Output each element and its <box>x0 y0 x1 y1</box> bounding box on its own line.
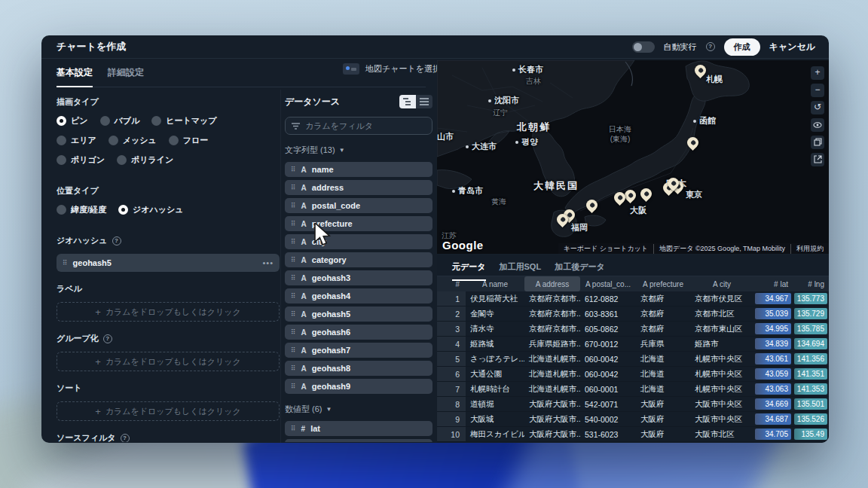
drag-handle-icon[interactable]: ⠿ <box>291 203 296 209</box>
col-header-prefecture[interactable]: A prefecture <box>636 276 690 291</box>
visibility-button[interactable] <box>811 118 824 132</box>
column-chip-postal_code[interactable]: ⠿Apostal_code <box>285 198 432 213</box>
table-row[interactable]: 3清水寺京都府京都市...605-0862京都府京都市東山区34.995135.… <box>437 322 829 337</box>
column-chip-geohash5[interactable]: ⠿Ageohash5 <box>285 307 432 322</box>
radio-unselected-icon[interactable] <box>100 116 110 126</box>
column-chip-geohash8[interactable]: ⠿Ageohash8 <box>285 361 432 376</box>
geohash-info-icon[interactable] <box>112 236 121 246</box>
radio-option-メッシュ[interactable]: メッシュ <box>108 135 157 146</box>
column-chip-geohash4[interactable]: ⠿Ageohash4 <box>285 288 432 303</box>
drag-handle-icon[interactable]: ⠿ <box>291 383 296 390</box>
radio-option-ピン[interactable]: ピン <box>57 115 88 127</box>
col-header-postal-code[interactable]: A postal_co... <box>580 276 636 291</box>
col-header-lat[interactable]: # lat <box>753 276 793 291</box>
radio-option-緯度/経度[interactable]: 緯度/経度 <box>57 204 106 215</box>
table-row[interactable]: 7札幌時計台北海道札幌市...060-0001北海道札幌市中央区43.06314… <box>437 382 829 397</box>
create-button[interactable]: 作成 <box>724 38 760 56</box>
zoom-in-button[interactable]: + <box>811 66 824 80</box>
list-view-button[interactable] <box>416 95 432 108</box>
radio-option-バブル[interactable]: バブル <box>100 115 140 127</box>
auto-run-toggle[interactable] <box>632 41 655 53</box>
tab-processed-data[interactable]: 加工後データ <box>555 261 605 276</box>
radio-unselected-icon[interactable] <box>117 155 127 165</box>
radio-unselected-icon[interactable] <box>151 116 161 126</box>
sort-dropzone[interactable]: カラムをドロップもしくはクリック <box>57 401 280 421</box>
drag-handle-icon[interactable]: ⠿ <box>291 257 296 264</box>
external-link-button[interactable] <box>811 153 824 166</box>
label-dropzone[interactable]: カラムをドロップもしくはクリック <box>57 302 280 322</box>
table-row[interactable]: 9大阪城大阪府大阪市...540-0002大阪府大阪市中央区34.687135.… <box>437 412 829 427</box>
map-view[interactable]: 长春市吉林沈阳市辽宁北朝鲜평양山市大连市青岛市黄海大韓民国日本海 (東海)日本東… <box>437 60 829 254</box>
col-header-name[interactable]: A name <box>466 276 524 291</box>
column-chip-geohash3[interactable]: ⠿Ageohash3 <box>285 270 432 285</box>
drag-handle-icon[interactable]: ⠿ <box>291 347 296 354</box>
radio-unselected-icon[interactable] <box>108 136 118 145</box>
drag-handle-icon[interactable]: ⠿ <box>291 311 296 318</box>
radio-option-エリア[interactable]: エリア <box>57 135 96 146</box>
drag-handle-icon[interactable]: ⠿ <box>291 185 296 191</box>
drag-handle-icon[interactable]: ⠿ <box>291 365 296 372</box>
radio-unselected-icon[interactable] <box>57 155 66 165</box>
column-chip-name[interactable]: ⠿Aname <box>285 162 432 177</box>
column-chip-lng[interactable]: ⠿#lng <box>285 439 432 442</box>
column-chip-city[interactable]: ⠿Acity <box>285 234 432 249</box>
drag-handle-icon[interactable]: ⠿ <box>291 275 296 282</box>
drag-handle-icon[interactable]: ⠿ <box>291 425 296 432</box>
auto-run-info-icon[interactable] <box>706 42 715 51</box>
radio-option-ジオハッシュ[interactable]: ジオハッシュ <box>118 204 184 215</box>
radio-option-ポリゴン[interactable]: ポリゴン <box>57 154 105 166</box>
radio-unselected-icon[interactable] <box>57 205 66 215</box>
radio-option-ヒートマップ[interactable]: ヒートマップ <box>151 115 216 127</box>
sourcefilter-info-icon[interactable] <box>121 434 130 443</box>
copy-button[interactable] <box>811 136 824 149</box>
tab-advanced-settings[interactable]: 詳細設定 <box>108 66 144 79</box>
table-row[interactable]: 8道頓堀大阪府大阪市...542-0071大阪府大阪市中央区34.669135.… <box>437 397 829 412</box>
tree-view-button[interactable] <box>399 95 416 108</box>
radio-unselected-icon[interactable] <box>57 136 66 145</box>
column-chip-geohash6[interactable]: ⠿Ageohash6 <box>285 325 432 340</box>
reset-view-button[interactable]: ↺ <box>811 101 824 114</box>
column-chip-address[interactable]: ⠿Aaddress <box>285 180 432 195</box>
col-header-lng[interactable]: # lng <box>793 276 829 291</box>
column-chip-prefecture[interactable]: ⠿Aprefecture <box>285 216 432 231</box>
tab-original-data[interactable]: 元データ <box>452 261 486 276</box>
radio-option-ポリライン[interactable]: ポリライン <box>117 154 173 166</box>
col-header-address[interactable]: A address <box>524 276 580 291</box>
drag-handle-icon[interactable]: ⠿ <box>291 166 296 173</box>
geohash-field[interactable]: ⠿ geohash5 ••• <box>57 254 280 272</box>
drag-handle-icon[interactable]: ⠿ <box>63 260 68 267</box>
column-chip-category[interactable]: ⠿Acategory <box>285 252 432 267</box>
radio-selected-icon[interactable] <box>57 116 66 126</box>
groupby-info-icon[interactable] <box>103 334 112 343</box>
col-header-city[interactable]: A city <box>690 276 753 291</box>
tab-basic-settings[interactable]: 基本設定 <box>57 66 93 79</box>
keyboard-shortcuts-link[interactable]: キーボード ショートカット <box>558 244 653 254</box>
drag-handle-icon[interactable]: ⠿ <box>291 293 296 300</box>
radio-selected-icon[interactable] <box>118 205 128 215</box>
col-header-index[interactable]: # <box>437 276 466 291</box>
radio-unselected-icon[interactable] <box>169 136 179 145</box>
string-type-section[interactable]: 文字列型 (13)▼ <box>285 145 432 156</box>
numeric-type-section[interactable]: 数値型 (6)▼ <box>285 404 432 415</box>
column-chip-lat[interactable]: ⠿#lat <box>285 421 432 436</box>
drag-handle-icon[interactable]: ⠿ <box>291 239 296 246</box>
table-row[interactable]: 1伏見稲荷大社京都府京都市...612-0882京都府京都市伏見区34.9671… <box>437 291 829 307</box>
table-row[interactable]: 10梅田スカイビル大阪府大阪市...531-6023大阪府大阪市北区34.705… <box>437 427 829 442</box>
table-row[interactable]: 4姫路城兵庫県姫路市...670-0012兵庫県姫路市34.839134.694 <box>437 337 829 352</box>
tab-processing-sql[interactable]: 加工用SQL <box>500 261 542 276</box>
drag-handle-icon[interactable]: ⠿ <box>291 329 296 336</box>
column-filter-input[interactable] <box>285 117 432 135</box>
groupby-dropzone[interactable]: カラムをドロップもしくはクリック <box>57 352 280 371</box>
geohash-more-icon[interactable]: ••• <box>262 258 274 267</box>
zoom-out-button[interactable]: − <box>811 84 824 97</box>
cancel-button[interactable]: キャンセル <box>769 41 815 53</box>
column-chip-geohash7[interactable]: ⠿Ageohash7 <box>285 343 432 358</box>
radio-option-フロー[interactable]: フロー <box>169 135 209 146</box>
drag-handle-icon[interactable]: ⠿ <box>291 221 296 227</box>
table-row[interactable]: 2金閣寺京都府京都市...603-8361京都府京都市北区35.039135.7… <box>437 307 829 322</box>
terms-link[interactable]: 利用規約 <box>790 244 829 254</box>
column-chip-geohash9[interactable]: ⠿Ageohash9 <box>285 379 432 394</box>
table-row[interactable]: 6大通公園北海道札幌市...060-0042北海道札幌市中央区43.059141… <box>437 367 829 382</box>
column-filter-field[interactable] <box>305 121 403 130</box>
table-row[interactable]: 5さっぽろテレ...北海道札幌市...060-0042北海道札幌市中央区43.0… <box>437 352 829 367</box>
